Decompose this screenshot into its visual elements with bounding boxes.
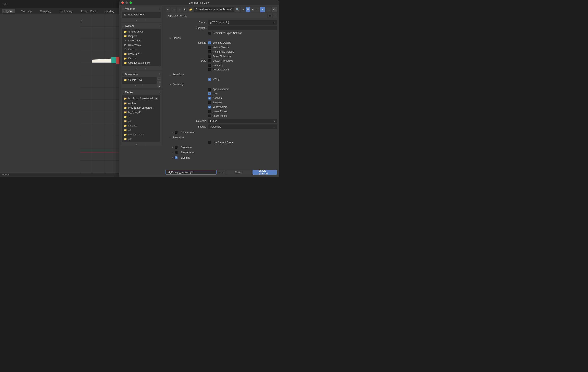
system-item[interactable]: 📁Creative Cloud Files	[122, 61, 161, 65]
volume-item[interactable]: ⊟ Macintosh HD	[122, 12, 161, 17]
tab-layout[interactable]: Layout	[2, 9, 15, 13]
recent-item[interactable]: 📁gltf	[122, 119, 160, 123]
bookmark-menu-button[interactable]: ⌄	[157, 84, 161, 88]
recent-item[interactable]: 📁M_uBody_Sweater_02×	[122, 96, 160, 101]
include-header[interactable]: ⌄Include	[166, 35, 277, 40]
renderable-objects-checkbox[interactable]	[208, 50, 211, 53]
tab-sculpting[interactable]: Sculpting	[37, 9, 54, 13]
tab-modeling[interactable]: Modeling	[18, 9, 35, 13]
tangents-checkbox[interactable]	[208, 101, 211, 104]
animation-sub-checkbox[interactable]	[175, 146, 178, 149]
loose-points-checkbox[interactable]	[208, 114, 211, 117]
minimize-window-button[interactable]	[126, 1, 128, 4]
recent-item[interactable]: 📁M_Eyes_08	[122, 110, 160, 114]
animation-sub-header[interactable]: ›Animation	[166, 145, 277, 150]
forward-button[interactable]: →	[171, 7, 176, 12]
bookmarks-header[interactable]: ⌄ Bookmarks ⠿	[121, 71, 162, 77]
y-up-checkbox[interactable]	[208, 78, 211, 81]
selected-objects-checkbox[interactable]	[208, 41, 211, 44]
recent-item[interactable]: 📁explore	[122, 101, 160, 106]
active-collection-checkbox[interactable]	[208, 55, 211, 58]
recent-item[interactable]: 📁instance	[122, 123, 160, 128]
refresh-button[interactable]: ↻	[183, 7, 188, 12]
view-thumbnails[interactable]: ⊞	[250, 7, 255, 12]
cameras-checkbox[interactable]	[208, 64, 211, 67]
zoom-window-button[interactable]	[129, 1, 132, 4]
shape-keys-checkbox[interactable]	[175, 151, 178, 154]
system-item[interactable]: ⬇Downloads	[122, 38, 161, 43]
recent-item[interactable]: 📁gltf	[122, 128, 160, 132]
system-item[interactable]: 📁Shared drives	[122, 30, 161, 34]
expand-arrow-icon[interactable]: ▸	[136, 19, 137, 21]
close-window-button[interactable]	[121, 1, 124, 4]
remember-checkbox[interactable]	[208, 32, 211, 35]
system-item[interactable]: 📁Dropbox	[122, 34, 161, 38]
copyright-input[interactable]	[208, 26, 277, 30]
tab-texture-paint[interactable]: Texture Paint	[78, 9, 99, 13]
view-list-horizontal[interactable]: ☰	[246, 7, 250, 12]
export-button[interactable]: Export glTF 2.0	[252, 170, 277, 175]
custom-properties-checkbox[interactable]	[208, 59, 211, 62]
dialog-titlebar[interactable]: Blender File View	[119, 0, 279, 5]
recent-header[interactable]: ⌄ Recent ⠿	[121, 90, 162, 95]
recent-item[interactable]: 📁merged_mesh	[122, 132, 160, 137]
vertex-colors-checkbox[interactable]	[208, 106, 211, 109]
system-item[interactable]: 🗎Documents	[122, 43, 161, 47]
skinning-checkbox[interactable]	[175, 156, 178, 159]
geometry-header[interactable]: ⌄Geometry	[166, 82, 277, 87]
materials-dropdown[interactable]: Export	[208, 119, 277, 123]
images-label: Images	[166, 125, 208, 128]
uvs-checkbox[interactable]	[208, 92, 211, 95]
filter-dropdown[interactable]: ⌄	[266, 7, 271, 12]
system-header[interactable]: ⌄ System ⠿	[121, 23, 162, 29]
images-dropdown[interactable]: Automatic	[208, 124, 277, 129]
parent-dir-button[interactable]: ↑	[177, 7, 182, 12]
recent-item[interactable]: 📁T	[122, 114, 160, 119]
add-bookmark-button[interactable]: +	[157, 77, 161, 80]
filename-increment-button[interactable]: +	[222, 170, 225, 175]
animation-header[interactable]: ⌄Animation	[166, 135, 277, 140]
apply-modifiers-checkbox[interactable]	[208, 88, 211, 90]
expand-arrow-icon[interactable]: ▸	[136, 143, 137, 146]
tab-shading[interactable]: Shading	[102, 9, 117, 13]
filter-button[interactable]: ▼	[260, 7, 265, 12]
search-button[interactable]: 🔍	[235, 7, 240, 12]
add-preset-button[interactable]: +	[268, 13, 272, 18]
path-input[interactable]: /Users/martins…arables Texture/	[194, 7, 234, 12]
view-list-vertical[interactable]: ≡	[241, 7, 245, 12]
system-item[interactable]: 🖵Desktop	[122, 47, 161, 52]
loose-edges-checkbox[interactable]	[208, 110, 211, 113]
expand-arrow-icon[interactable]: ▸	[136, 68, 137, 70]
bookmark-item[interactable]: 📁Google Drive	[122, 78, 157, 82]
back-button[interactable]: ←	[166, 7, 170, 12]
compression-checkbox[interactable]	[175, 131, 178, 134]
filename-input[interactable]	[168, 171, 214, 174]
normals-checkbox[interactable]	[208, 97, 211, 100]
use-current-frame-checkbox[interactable]	[208, 141, 211, 144]
punctual-lights-checkbox[interactable]	[208, 68, 211, 71]
tab-uv-editing[interactable]: UV Editing	[57, 9, 75, 13]
view-sort-dropdown[interactable]: ⌄	[255, 7, 259, 12]
recent-item[interactable]: 📁PNG (Black backgrou…	[122, 106, 160, 110]
remove-bookmark-button[interactable]: −	[157, 80, 161, 84]
format-dropdown[interactable]: glTF Binary (.glb)	[208, 20, 277, 25]
filename-decrement-button[interactable]: −	[218, 170, 221, 175]
skinning-header[interactable]: ›Skinning	[166, 155, 277, 161]
volumes-header[interactable]: ⌄ Volumes ⠿	[121, 6, 162, 11]
remove-recent-button[interactable]: ×	[155, 97, 158, 100]
settings-button[interactable]: ⚙	[272, 7, 277, 12]
system-item[interactable]: 📁mvfw-2023	[122, 52, 161, 56]
menu-help[interactable]: Help	[2, 3, 7, 6]
filename-input-wrap[interactable]	[166, 170, 217, 175]
expand-arrow-icon[interactable]: ▸	[136, 84, 136, 87]
operator-presets-dropdown[interactable]: Operator Presets ⌄	[166, 13, 267, 18]
recent-item[interactable]: 📁gltf	[122, 137, 160, 141]
transform-header[interactable]: ⌄Transform	[166, 72, 277, 77]
compression-header[interactable]: ›Compression	[166, 130, 277, 135]
remove-preset-button[interactable]: −	[273, 13, 277, 18]
visible-objects-checkbox[interactable]	[208, 46, 211, 49]
shape-keys-header[interactable]: ›Shape Keys	[166, 150, 277, 155]
system-item[interactable]: 📁Desktop	[122, 56, 161, 61]
cancel-button[interactable]: Cancel	[227, 170, 251, 175]
new-folder-button[interactable]: 📁	[188, 7, 193, 12]
